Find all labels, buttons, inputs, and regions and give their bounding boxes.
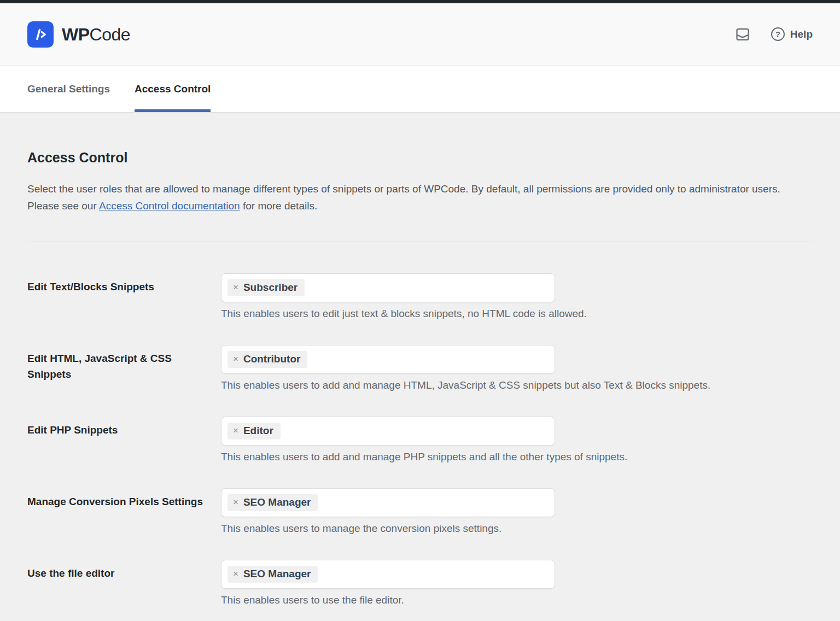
brand-name-wp: WP bbox=[62, 25, 90, 44]
role-multiselect-input[interactable]: × Editor bbox=[221, 417, 555, 446]
page-description: Select the user roles that are allowed t… bbox=[27, 180, 791, 214]
role-tag-label: SEO Manager bbox=[243, 497, 311, 508]
role-tag-label: Contributor bbox=[243, 354, 300, 365]
brand-name: WPCode bbox=[62, 26, 130, 43]
field-label: Use the file editor bbox=[27, 560, 221, 606]
field-label: Edit PHP Snippets bbox=[27, 417, 221, 463]
role-tag-label: SEO Manager bbox=[243, 569, 311, 580]
page-title: Access Control bbox=[27, 150, 813, 166]
field-label: Manage Conversion Pixels Settings bbox=[27, 488, 221, 535]
help-button[interactable]: ? Help bbox=[771, 27, 813, 41]
role-multiselect-input[interactable]: × SEO Manager bbox=[221, 560, 555, 589]
settings-field-row: Edit HTML, JavaScript & CSS Snippets × C… bbox=[27, 345, 813, 391]
role-tag: × Editor bbox=[228, 423, 281, 440]
field-help-text: This enables users to manage the convers… bbox=[221, 523, 813, 535]
role-tag: × SEO Manager bbox=[228, 566, 318, 583]
tab-general-settings[interactable]: General Settings bbox=[27, 66, 110, 112]
wpcode-brand: WPCode bbox=[27, 21, 130, 48]
brand-name-code: Code bbox=[90, 25, 131, 44]
role-tag: × Subscriber bbox=[228, 279, 305, 297]
field-help-text: This enables users to add and manage PHP… bbox=[221, 451, 813, 463]
field-help-text: This enables users to use the file edito… bbox=[221, 594, 813, 606]
access-control-documentation-link[interactable]: Access Control documentation bbox=[99, 200, 240, 212]
field-control: × Subscriber This enables users to edit … bbox=[221, 273, 813, 320]
settings-field-row: Edit PHP Snippets × Editor This enables … bbox=[27, 417, 813, 463]
fields-list: Edit Text/Blocks Snippets × Subscriber T… bbox=[27, 273, 813, 606]
remove-role-icon[interactable]: × bbox=[233, 354, 238, 365]
field-label: Edit Text/Blocks Snippets bbox=[27, 273, 221, 320]
role-multiselect-input[interactable]: × Contributor bbox=[221, 345, 555, 374]
wpcode-logo-icon bbox=[27, 21, 54, 48]
field-control: × SEO Manager This enables users to use … bbox=[221, 560, 813, 606]
question-circle-icon: ? bbox=[771, 27, 785, 41]
field-control: × SEO Manager This enables users to mana… bbox=[221, 488, 813, 535]
role-tag: × Contributor bbox=[228, 351, 307, 368]
header-actions: ? Help bbox=[735, 27, 813, 42]
remove-role-icon[interactable]: × bbox=[233, 569, 238, 579]
role-tag-label: Editor bbox=[243, 425, 273, 437]
remove-role-icon[interactable]: × bbox=[233, 497, 238, 508]
field-label: Edit HTML, JavaScript & CSS Snippets bbox=[27, 345, 221, 391]
access-control-panel: Access Control Select the user roles tha… bbox=[0, 150, 840, 606]
role-multiselect-input[interactable]: × SEO Manager bbox=[221, 488, 555, 517]
role-multiselect-input[interactable]: × Subscriber bbox=[221, 273, 555, 302]
field-control: × Editor This enables users to add and m… bbox=[221, 417, 813, 463]
role-tag: × SEO Manager bbox=[228, 494, 318, 512]
inbox-icon[interactable] bbox=[735, 27, 750, 42]
role-tag-label: Subscriber bbox=[243, 282, 298, 294]
field-help-text: This enables users to add and manage HTM… bbox=[221, 379, 813, 391]
remove-role-icon[interactable]: × bbox=[233, 426, 238, 436]
field-control: × Contributor This enables users to add … bbox=[221, 345, 813, 391]
settings-field-row: Edit Text/Blocks Snippets × Subscriber T… bbox=[27, 273, 813, 320]
settings-tab-bar: General Settings Access Control bbox=[0, 66, 840, 113]
help-label: Help bbox=[790, 28, 813, 40]
settings-field-row: Manage Conversion Pixels Settings × SEO … bbox=[27, 488, 813, 535]
section-divider bbox=[27, 242, 813, 242]
field-help-text: This enables users to edit just text & b… bbox=[221, 308, 813, 320]
tab-access-control[interactable]: Access Control bbox=[135, 66, 211, 112]
description-text-after: for more details. bbox=[240, 200, 318, 212]
settings-field-row: Use the file editor × SEO Manager This e… bbox=[27, 560, 813, 606]
app-header: WPCode ? Help bbox=[0, 3, 840, 66]
remove-role-icon[interactable]: × bbox=[233, 283, 238, 293]
